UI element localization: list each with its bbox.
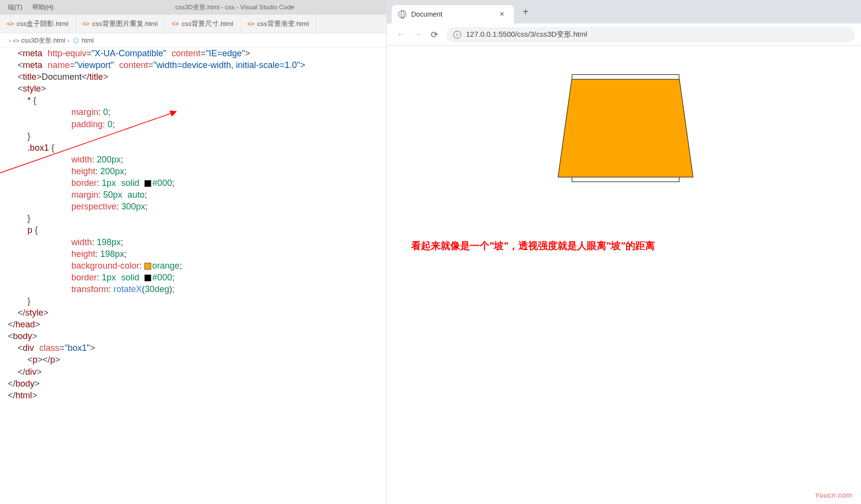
tab-label: css背景图片重复.html — [93, 20, 158, 28]
color-swatch-icon — [144, 263, 151, 270]
editor-tabbar: <>css盒子阴影.html <>css背景图片重复.html <>css背景尺… — [0, 15, 386, 33]
browser-tab-title: Document — [411, 10, 497, 18]
breadcrumb-file[interactable]: css3D变形.html — [21, 36, 65, 45]
menu-terminal[interactable]: 端(T) — [3, 1, 27, 14]
globe-icon — [398, 10, 406, 18]
tab-label: css背景尺寸.html — [182, 20, 233, 28]
html-icon: <> — [7, 21, 14, 27]
breadcrumb-symbol[interactable]: html — [82, 37, 94, 44]
demo-box-outline — [572, 74, 679, 182]
watermark: Yuucn.com — [815, 491, 853, 499]
reload-button[interactable]: ⟳ — [426, 26, 442, 43]
new-tab-button[interactable]: + — [519, 4, 533, 20]
editor-tab[interactable]: <>css盒子阴影.html — [0, 15, 76, 33]
annotation-text: 看起来就像是一个"坡"，透视强度就是人眼离"坡"的距离 — [411, 239, 685, 252]
info-icon: i — [453, 31, 461, 39]
chevron-right-icon: › — [68, 37, 70, 44]
browser-topbar: Document × + — [387, 0, 861, 23]
back-button[interactable]: ← — [393, 26, 409, 43]
vscode-window: css3D变形.html - css - Visual Studio Code … — [0, 0, 387, 504]
tab-label: css背景渐变.html — [257, 20, 309, 28]
editor-tab[interactable]: <>css背景渐变.html — [241, 15, 317, 33]
breadcrumb: › <> css3D变形.html › ⬡ html — [0, 33, 386, 48]
html-icon: <> — [248, 21, 255, 27]
html-icon: <> — [13, 38, 19, 44]
color-swatch-icon — [144, 180, 151, 187]
editor-tab[interactable]: <>css背景图片重复.html — [76, 15, 165, 33]
symbol-icon: ⬡ — [73, 37, 79, 44]
browser-viewport: 看起来就像是一个"坡"，透视强度就是人眼离"坡"的距离 Yuucn.com — [387, 46, 861, 504]
color-swatch-icon — [144, 275, 151, 281]
menu-help[interactable]: 帮助(H) — [27, 1, 59, 14]
html-icon: <> — [172, 21, 179, 27]
code-editor[interactable]: <meta http-equiv="X-UA-Compatible" conte… — [8, 48, 386, 504]
close-icon[interactable]: × — [497, 9, 507, 20]
html-icon: <> — [83, 21, 90, 27]
trapezoid-shape — [562, 79, 689, 177]
svg-marker-0 — [558, 79, 693, 177]
browser-tab[interactable]: Document × — [392, 5, 514, 23]
chevron-right-icon: › — [9, 37, 11, 44]
editor-tab[interactable]: <>css背景尺寸.html — [165, 15, 241, 33]
browser-window: Document × + ← → ⟳ i 127.0.0.1:5500/css/… — [387, 0, 861, 504]
url-field[interactable]: i 127.0.0.1:5500/css/3/css3D变形.html — [446, 27, 855, 43]
window-title: css3D变形.html - css - Visual Studio Code — [83, 0, 386, 15]
tab-label: css盒子阴影.html — [17, 20, 69, 28]
forward-button[interactable]: → — [409, 26, 426, 43]
address-bar: ← → ⟳ i 127.0.0.1:5500/css/3/css3D变形.htm… — [387, 23, 861, 46]
url-text: 127.0.0.1:5500/css/3/css3D变形.html — [466, 30, 587, 39]
